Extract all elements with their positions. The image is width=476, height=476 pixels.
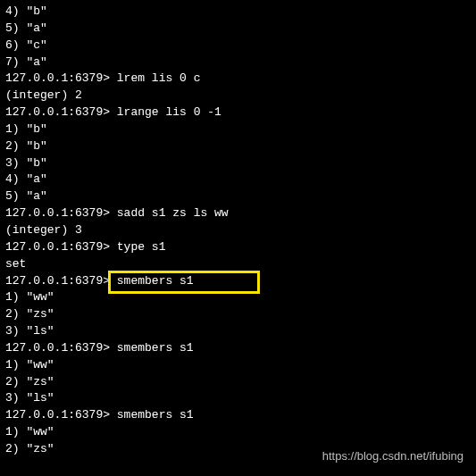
terminal-line: 4) "a" — [5, 171, 471, 188]
terminal-line: 1) "ww" — [5, 357, 471, 374]
terminal-line: 127.0.0.1:6379> sadd s1 zs ls ww — [5, 205, 471, 222]
terminal-line: 2) "zs" — [5, 306, 471, 323]
terminal-line: 3) "ls" — [5, 390, 471, 407]
terminal-line: 127.0.0.1:6379> smembers s1 — [5, 273, 471, 290]
terminal-line: 127.0.0.1:6379> type s1 — [5, 239, 471, 256]
terminal-line: 1) "b" — [5, 121, 471, 138]
watermark-text: https://blog.csdn.net/ifubing — [322, 448, 463, 465]
terminal-line: 1) "ww" — [5, 289, 471, 306]
terminal-line: 4) "b" — [5, 4, 471, 21]
terminal-line: 2) "b" — [5, 138, 471, 155]
terminal-line: (integer) 2 — [5, 88, 471, 104]
terminal-line: 3) "b" — [5, 155, 471, 172]
terminal-line: (integer) 3 — [5, 222, 471, 239]
terminal-line: 6) "c" — [5, 38, 471, 54]
terminal-line: 127.0.0.1:6379> lrem lis 0 c — [5, 71, 471, 88]
terminal-line: 127.0.0.1:6379> smembers s1 — [5, 340, 471, 357]
terminal-line: 1) "ww" — [5, 424, 471, 441]
terminal-output: 4) "b"5) "a"6) "c"7) "a"127.0.0.1:6379> … — [5, 4, 471, 458]
terminal-line: 127.0.0.1:6379> lrange lis 0 -1 — [5, 104, 471, 121]
terminal-line: 7) "a" — [5, 54, 471, 71]
terminal-line: 127.0.0.1:6379> smembers s1 — [5, 407, 471, 424]
terminal-line: 5) "a" — [5, 21, 471, 38]
terminal-line: 2) "zs" — [5, 374, 471, 391]
terminal-line: set — [5, 256, 471, 273]
terminal-line: 3) "ls" — [5, 323, 471, 340]
terminal-line: 5) "a" — [5, 188, 471, 205]
